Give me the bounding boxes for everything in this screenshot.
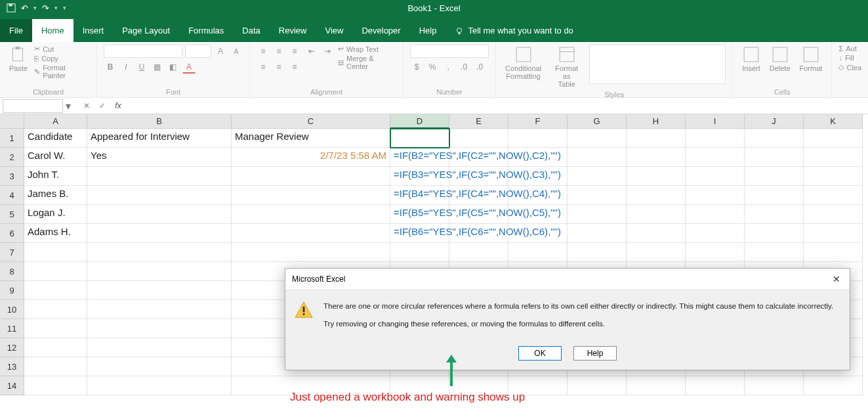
cell-selected[interactable] <box>390 129 449 148</box>
col-header-A[interactable]: A <box>24 114 87 129</box>
cell[interactable] <box>686 205 745 224</box>
cell[interactable] <box>568 186 627 205</box>
col-header-F[interactable]: F <box>508 114 568 129</box>
cell[interactable] <box>449 205 508 224</box>
row-header-7[interactable]: 7 <box>0 243 24 262</box>
insert-cells-button[interactable]: Insert <box>739 45 763 87</box>
row-header-8[interactable]: 8 <box>0 262 24 281</box>
formula-input[interactable] <box>131 99 868 113</box>
tab-developer[interactable]: Developer <box>352 19 409 42</box>
col-header-J[interactable]: J <box>745 114 804 129</box>
row-header-2[interactable]: 2 <box>0 148 24 167</box>
cell[interactable] <box>87 205 232 224</box>
redo-icon[interactable]: ↷ <box>42 3 49 13</box>
tab-view[interactable]: View <box>316 19 352 42</box>
cell[interactable]: Carol W. <box>24 148 87 167</box>
cell[interactable] <box>508 167 568 186</box>
cell[interactable] <box>24 357 87 376</box>
cell[interactable] <box>627 129 686 148</box>
conditional-formatting-button[interactable]: Conditional Formatting <box>503 45 544 89</box>
cell[interactable] <box>449 148 508 167</box>
cell[interactable] <box>232 243 390 262</box>
col-header-K[interactable]: K <box>804 114 863 129</box>
col-header-I[interactable]: I <box>686 114 745 129</box>
cell[interactable] <box>804 167 863 186</box>
cell[interactable]: John T. <box>24 167 87 186</box>
cell[interactable] <box>508 243 568 262</box>
cell[interactable]: Appeared for Interview <box>87 129 232 148</box>
cell[interactable] <box>449 129 508 148</box>
delete-cells-button[interactable]: Delete <box>767 45 793 87</box>
cell[interactable] <box>627 376 686 395</box>
cell[interactable] <box>568 205 627 224</box>
fx-icon[interactable]: fx <box>112 101 125 110</box>
align-left-icon[interactable]: ≡ <box>257 60 270 74</box>
cell[interactable] <box>627 167 686 186</box>
merge-center-button[interactable]: ⊟Merge & Center <box>338 55 396 70</box>
ok-button[interactable]: OK <box>518 346 562 361</box>
font-color-button[interactable]: A <box>182 60 196 74</box>
font-size-selector[interactable] <box>185 45 211 58</box>
italic-button[interactable]: I <box>119 60 133 74</box>
undo-dropdown-icon[interactable]: ▾ <box>33 5 37 11</box>
cell[interactable] <box>568 129 627 148</box>
cell[interactable] <box>87 357 232 376</box>
cell[interactable] <box>24 376 87 395</box>
row-header-9[interactable]: 9 <box>0 281 24 300</box>
cut-button[interactable]: ✂Cut <box>34 45 90 53</box>
tab-file[interactable]: File <box>0 19 32 42</box>
cell[interactable] <box>87 167 232 186</box>
cell[interactable]: Logan J. <box>24 205 87 224</box>
cell[interactable] <box>745 224 804 243</box>
cell[interactable] <box>508 148 568 167</box>
row-header-12[interactable]: 12 <box>0 338 24 357</box>
cell[interactable] <box>568 224 627 243</box>
cell[interactable] <box>686 167 745 186</box>
cell[interactable] <box>745 205 804 224</box>
cell[interactable] <box>686 376 745 395</box>
cell[interactable]: =IF(B4="YES",IF(C4="",NOW(),C4),"") <box>390 186 449 205</box>
cell[interactable] <box>627 205 686 224</box>
cell[interactable]: =IF(B6="YES",IF(C6="",NOW(),C6),"") <box>390 224 449 243</box>
clear-button[interactable]: ◇Clea <box>838 63 861 72</box>
cell[interactable] <box>87 319 232 338</box>
cell[interactable] <box>804 243 863 262</box>
row-header-1[interactable]: 1 <box>0 129 24 148</box>
wrap-text-button[interactable]: ↩Wrap Text <box>338 45 396 53</box>
cell[interactable] <box>686 148 745 167</box>
enter-formula-icon[interactable]: ✓ <box>96 101 109 110</box>
cell[interactable] <box>449 224 508 243</box>
cell[interactable] <box>686 129 745 148</box>
cell[interactable] <box>87 262 232 281</box>
cell[interactable]: 2/7/23 5:58 AM <box>232 148 390 167</box>
cell[interactable] <box>87 243 232 262</box>
cell[interactable] <box>449 167 508 186</box>
cell[interactable] <box>449 186 508 205</box>
row-header-13[interactable]: 13 <box>0 357 24 376</box>
qat-customize-icon[interactable]: ▾ <box>63 5 66 11</box>
row-header-10[interactable]: 10 <box>0 300 24 319</box>
cell[interactable] <box>87 224 232 243</box>
cell[interactable] <box>232 205 390 224</box>
select-all-corner[interactable] <box>0 114 24 129</box>
cell[interactable] <box>745 129 804 148</box>
save-icon[interactable] <box>7 3 16 12</box>
bold-button[interactable]: B <box>104 60 117 74</box>
tab-data[interactable]: Data <box>233 19 269 42</box>
cell[interactable] <box>390 243 449 262</box>
cell-styles-gallery[interactable] <box>589 45 726 84</box>
cell[interactable]: Manager Review <box>232 129 390 148</box>
undo-icon[interactable]: ↶ <box>21 3 28 13</box>
decrease-decimal-icon[interactable]: .0 <box>473 60 486 74</box>
cell[interactable] <box>745 243 804 262</box>
col-header-H[interactable]: H <box>627 114 686 129</box>
row-header-3[interactable]: 3 <box>0 167 24 186</box>
cell[interactable] <box>87 281 232 300</box>
cell[interactable] <box>686 243 745 262</box>
format-cells-button[interactable]: Format <box>797 45 825 87</box>
name-box-dropdown-icon[interactable]: ▾ <box>63 100 73 112</box>
cell[interactable] <box>508 205 568 224</box>
cancel-formula-icon[interactable]: ✕ <box>80 101 93 110</box>
cell[interactable] <box>804 186 863 205</box>
fill-color-button[interactable]: ◧ <box>167 60 180 74</box>
